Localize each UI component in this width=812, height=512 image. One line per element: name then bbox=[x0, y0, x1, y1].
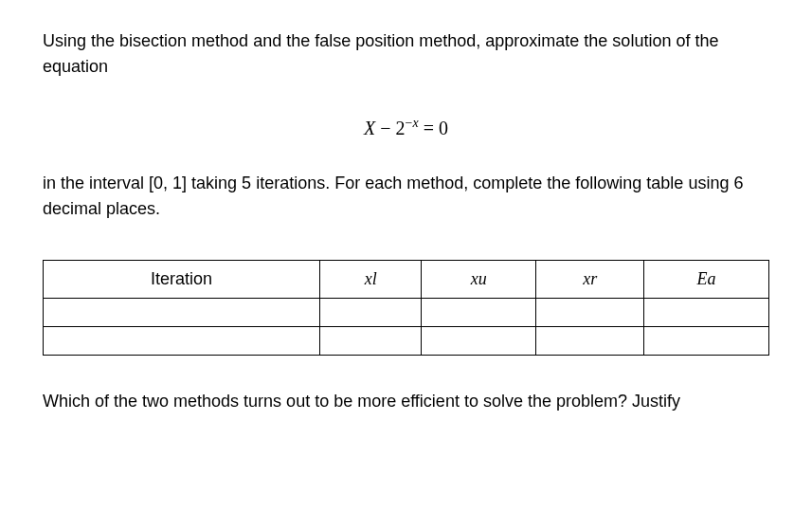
table-row bbox=[44, 326, 769, 355]
header-xl: xl bbox=[320, 260, 422, 298]
table-row bbox=[44, 298, 769, 326]
iteration-table: Iteration xl xu xr Ea bbox=[43, 260, 769, 356]
header-xu: xu bbox=[422, 260, 536, 298]
cell-ea bbox=[644, 298, 769, 326]
cell-xr bbox=[536, 326, 644, 355]
equation-var-X: X bbox=[364, 118, 375, 138]
equation-equals-zero: = 0 bbox=[419, 118, 448, 138]
header-xr: xr bbox=[536, 260, 644, 298]
cell-iteration bbox=[44, 298, 320, 326]
question-paragraph: Which of the two methods turns out to be… bbox=[43, 389, 769, 414]
intro-paragraph: Using the bisection method and the false… bbox=[43, 28, 769, 80]
cell-xr bbox=[536, 298, 644, 326]
cell-ea bbox=[644, 326, 769, 355]
equation: X − 2−x = 0 bbox=[43, 113, 769, 142]
cell-xu bbox=[422, 326, 536, 355]
cell-iteration bbox=[44, 326, 320, 355]
header-iteration: Iteration bbox=[44, 260, 320, 298]
cell-xl bbox=[320, 326, 422, 355]
table-header-row: Iteration xl xu xr Ea bbox=[44, 260, 769, 298]
cell-xl bbox=[320, 298, 422, 326]
equation-minus: − bbox=[375, 118, 395, 138]
instruction-paragraph: in the interval [0, 1] taking 5 iteratio… bbox=[43, 171, 769, 222]
cell-xu bbox=[422, 298, 536, 326]
header-ea: Ea bbox=[644, 260, 769, 298]
equation-base: 2 bbox=[396, 118, 406, 138]
